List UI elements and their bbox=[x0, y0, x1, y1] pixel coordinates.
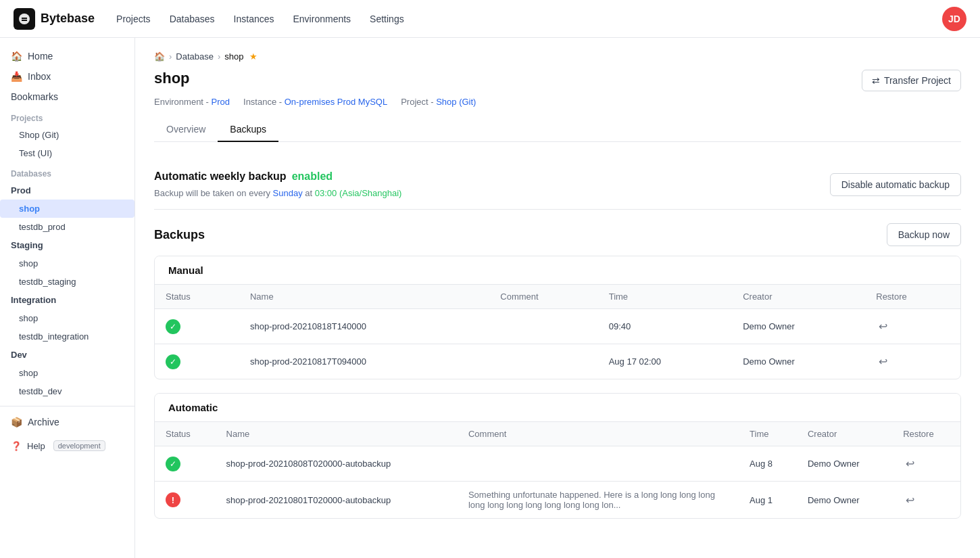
manual-table-row: ✓ shop-prod-20210817T094000 Aug 17 02:00… bbox=[155, 344, 960, 379]
auto-creator-cell: Demo Owner bbox=[797, 482, 892, 519]
transfer-icon: ⇄ bbox=[872, 75, 880, 86]
sidebar-group-staging: Staging bbox=[0, 236, 134, 254]
sidebar-item-integration-shop[interactable]: shop bbox=[0, 309, 134, 327]
status-icon: ✓ bbox=[166, 319, 180, 334]
instance-label: Instance - On-premises Prod MySQL bbox=[243, 97, 387, 107]
auto-comment-cell bbox=[458, 446, 739, 482]
restore-button[interactable]: ↩ bbox=[903, 491, 917, 509]
instance-link[interactable]: On-premises Prod MySQL bbox=[285, 97, 387, 107]
bookmark-label: Bookmarks bbox=[11, 91, 58, 102]
nav-projects[interactable]: Projects bbox=[116, 11, 151, 27]
transfer-project-button[interactable]: ⇄ Transfer Project bbox=[862, 70, 961, 91]
auto-col-status: Status bbox=[155, 422, 216, 446]
dev-label: Dev bbox=[11, 350, 27, 360]
svg-rect-2 bbox=[22, 20, 27, 21]
auto-restore-cell: ↩ bbox=[892, 482, 960, 519]
sidebar-item-dev-testdb[interactable]: testdb_dev bbox=[0, 382, 134, 400]
sidebar-item-prod-shop[interactable]: shop bbox=[0, 200, 134, 218]
auto-creator-cell: Demo Owner bbox=[797, 446, 892, 482]
sidebar-item-inbox[interactable]: 📥 Inbox bbox=[0, 66, 134, 87]
auto-col-time: Time bbox=[739, 422, 797, 446]
manual-time-cell: 09:40 bbox=[598, 309, 732, 344]
auto-time-cell: Aug 1 bbox=[739, 482, 797, 519]
automatic-table-row: ✓ shop-prod-20210808T020000-autobackup A… bbox=[155, 446, 960, 482]
manual-col-restore: Restore bbox=[865, 285, 960, 309]
breadcrumb: 🏠 › Database › shop ★ bbox=[154, 51, 961, 62]
enabled-badge: enabled bbox=[292, 170, 333, 183]
restore-button[interactable]: ↩ bbox=[876, 352, 890, 371]
nav-databases[interactable]: Databases bbox=[170, 11, 215, 27]
manual-section-title: Manual bbox=[155, 256, 960, 285]
manual-time-cell: Aug 17 02:00 bbox=[598, 344, 732, 379]
sidebar-item-staging-testdb[interactable]: testdb_staging bbox=[0, 273, 134, 291]
manual-backup-table: Status Name Comment Time Creator Restore… bbox=[155, 285, 960, 379]
tab-overview[interactable]: Overview bbox=[154, 118, 218, 142]
breadcrumb-database[interactable]: Database bbox=[176, 51, 214, 62]
sidebar-group-integration: Integration bbox=[0, 291, 134, 309]
sidebar-item-integration-testdb[interactable]: testdb_integration bbox=[0, 327, 134, 346]
manual-restore-cell: ↩ bbox=[865, 309, 960, 344]
home-icon: 🏠 bbox=[11, 51, 22, 62]
manual-comment-cell bbox=[489, 344, 597, 379]
status-icon: ! bbox=[166, 492, 180, 507]
help-label: Help bbox=[27, 441, 45, 451]
page-meta: Environment - Prod Instance - On-premise… bbox=[154, 97, 961, 107]
page-header: shop ⇄ Transfer Project bbox=[154, 70, 961, 91]
sidebar-item-archive[interactable]: 📦 Archive bbox=[0, 412, 134, 432]
sidebar-item-dev-shop[interactable]: shop bbox=[0, 364, 134, 382]
manual-name-cell: shop-prod-20210818T140000 bbox=[239, 309, 489, 344]
breadcrumb-sep-1: › bbox=[169, 51, 172, 62]
backup-info-bar: Automatic weekly backup enabled Backup w… bbox=[154, 158, 961, 210]
manual-table-header-row: Status Name Comment Time Creator Restore bbox=[155, 285, 960, 309]
backups-title: Backups bbox=[154, 228, 205, 242]
auto-comment-cell: Something unfortunate happened. Here is … bbox=[458, 482, 739, 519]
auto-col-comment: Comment bbox=[458, 422, 739, 446]
tab-backups[interactable]: Backups bbox=[218, 118, 278, 142]
sidebar-item-prod-testdb[interactable]: testdb_prod bbox=[0, 218, 134, 236]
env-badge: development bbox=[53, 440, 105, 451]
nav-settings[interactable]: Settings bbox=[370, 11, 404, 27]
breadcrumb-home-icon[interactable]: 🏠 bbox=[154, 51, 165, 62]
restore-button[interactable]: ↩ bbox=[876, 317, 890, 335]
schedule-time: 03:00 (Asia/Shanghai) bbox=[315, 188, 402, 198]
backup-info-left: Automatic weekly backup enabled Backup w… bbox=[154, 170, 401, 198]
star-icon[interactable]: ★ bbox=[249, 51, 258, 62]
project-label: Project - Shop (Git) bbox=[401, 97, 476, 107]
archive-label: Archive bbox=[28, 417, 59, 427]
auto-time-cell: Aug 8 bbox=[739, 446, 797, 482]
manual-name-cell: shop-prod-20210817T094000 bbox=[239, 344, 489, 379]
restore-button[interactable]: ↩ bbox=[903, 455, 917, 473]
environment-link[interactable]: Prod bbox=[212, 97, 230, 107]
nav-environments[interactable]: Environments bbox=[293, 11, 351, 27]
help-icon: ❓ bbox=[11, 441, 22, 451]
sidebar-item-shop-git[interactable]: Shop (Git) bbox=[0, 126, 134, 144]
logo[interactable]: Bytebase bbox=[14, 8, 95, 30]
sidebar-item-help[interactable]: ❓ Help development bbox=[0, 435, 134, 457]
archive-icon: 📦 bbox=[11, 417, 22, 427]
status-icon: ✓ bbox=[166, 354, 180, 369]
staging-label: Staging bbox=[11, 240, 43, 250]
databases-section-label: Databases bbox=[0, 162, 134, 181]
sidebar-item-bookmarks[interactable]: Bookmarks bbox=[0, 87, 134, 107]
sidebar-item-staging-shop[interactable]: shop bbox=[0, 254, 134, 273]
automatic-section-title: Automatic bbox=[155, 394, 960, 422]
integration-label: Integration bbox=[11, 295, 56, 305]
sidebar: 🏠 Home 📥 Inbox Bookmarks Projects Shop (… bbox=[0, 38, 135, 558]
manual-col-creator: Creator bbox=[732, 285, 865, 309]
sidebar-item-home[interactable]: 🏠 Home bbox=[0, 46, 134, 66]
breadcrumb-sep-2: › bbox=[218, 51, 220, 62]
avatar[interactable]: JD bbox=[942, 7, 966, 31]
tabs: Overview Backups bbox=[154, 118, 961, 142]
project-link[interactable]: Shop (Git) bbox=[436, 97, 476, 107]
backup-now-button[interactable]: Backup now bbox=[887, 223, 961, 246]
backup-schedule: Backup will be taken on every Sunday at … bbox=[154, 188, 401, 198]
manual-col-name: Name bbox=[239, 285, 489, 309]
nav-instances[interactable]: Instances bbox=[234, 11, 274, 27]
sidebar-item-test-ui[interactable]: Test (UI) bbox=[0, 144, 134, 162]
manual-status-cell: ✓ bbox=[155, 344, 239, 379]
disable-automatic-backup-button[interactable]: Disable automatic backup bbox=[830, 173, 961, 196]
breadcrumb-current: shop bbox=[224, 51, 243, 62]
environment-label: Environment - Prod bbox=[154, 97, 230, 107]
automatic-table-header-row: Status Name Comment Time Creator Restore bbox=[155, 422, 960, 446]
topnav: Bytebase Projects Databases Instances En… bbox=[0, 0, 980, 38]
